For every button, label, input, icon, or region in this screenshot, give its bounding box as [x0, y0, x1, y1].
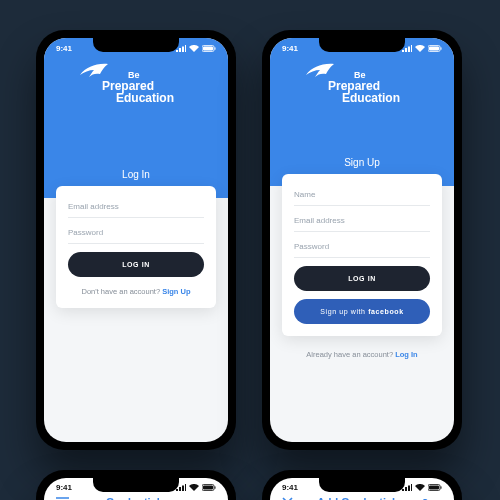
signup-prompt: Don't have an account? Sign Up: [68, 287, 204, 296]
signup-prompt-text: Don't have an account?: [82, 287, 163, 296]
password-field[interactable]: Password: [68, 218, 204, 244]
add-credential-header: Add Credential Save: [270, 492, 454, 500]
screen-credentials: 9:41 Credentials: [44, 478, 228, 500]
svg-rect-5: [441, 47, 442, 50]
battery-icon: [428, 484, 442, 491]
svg-rect-11: [441, 486, 442, 489]
svg-rect-1: [203, 47, 213, 51]
facebook-signup-button[interactable]: Sign up with facebook: [294, 299, 430, 324]
svg-rect-10: [429, 486, 439, 490]
fb-brand: facebook: [368, 308, 404, 315]
credentials-header: Credentials: [44, 492, 228, 500]
login-link[interactable]: Log In: [395, 350, 418, 359]
email-field[interactable]: Email address: [68, 192, 204, 218]
email-field[interactable]: Email address: [294, 206, 430, 232]
name-field[interactable]: Name: [294, 180, 430, 206]
svg-rect-8: [215, 486, 216, 489]
status-time: 9:41: [282, 44, 298, 53]
status-icons: [176, 484, 216, 491]
wifi-icon: [189, 45, 199, 52]
phone-login: 9:41 Be Prepared Education Log In Email …: [36, 30, 236, 450]
device-notch: [319, 478, 405, 492]
password-field[interactable]: Password: [294, 232, 430, 258]
signup-link[interactable]: Sign Up: [162, 287, 190, 296]
battery-icon: [202, 45, 216, 52]
signup-submit-button[interactable]: LOG IN: [294, 266, 430, 291]
signup-hero: 9:41 Be Prepared Education Sign Up: [270, 38, 454, 186]
status-time: 9:41: [56, 44, 72, 53]
svg-rect-7: [203, 486, 213, 490]
close-icon[interactable]: [282, 497, 296, 501]
signup-card: Name Email address Password LOG IN Sign …: [282, 174, 442, 336]
signup-heading: Sign Up: [270, 157, 454, 168]
status-time: 9:41: [282, 483, 298, 492]
device-notch: [319, 38, 405, 52]
add-credential-title: Add Credential: [296, 496, 416, 500]
battery-icon: [428, 45, 442, 52]
device-notch: [93, 478, 179, 492]
svg-rect-4: [429, 47, 439, 51]
login-card: Email address Password LOG IN Don't have…: [56, 186, 216, 308]
wifi-icon: [415, 45, 425, 52]
brand-logo: Be Prepared Education: [270, 71, 454, 106]
brand-logo: Be Prepared Education: [44, 71, 228, 106]
phone-signup: 9:41 Be Prepared Education Sign Up Name: [262, 30, 462, 450]
phone-add-credential: 9:41 Add Credential Save: [262, 470, 462, 500]
bird-icon: [78, 61, 112, 83]
wifi-icon: [415, 484, 425, 491]
wifi-icon: [189, 484, 199, 491]
screen-login: 9:41 Be Prepared Education Log In Email …: [44, 38, 228, 442]
status-icons: [402, 484, 442, 491]
fb-prefix: Sign up with: [320, 308, 368, 315]
status-time: 9:41: [56, 483, 72, 492]
svg-rect-2: [215, 47, 216, 50]
battery-icon: [202, 484, 216, 491]
phone-credentials: 9:41 Credentials: [36, 470, 236, 500]
login-heading: Log In: [44, 169, 228, 180]
credentials-title: Credentials: [70, 496, 202, 500]
login-prompt-text: Already have an account?: [306, 350, 395, 359]
brand-line3: Education: [328, 92, 400, 104]
status-icons: [176, 45, 216, 52]
device-notch: [93, 38, 179, 52]
brand-line3: Education: [102, 92, 174, 104]
login-prompt: Already have an account? Log In: [270, 350, 454, 359]
bird-icon: [304, 61, 338, 83]
status-icons: [402, 45, 442, 52]
screen-add-credential: 9:41 Add Credential Save: [270, 478, 454, 500]
login-hero: 9:41 Be Prepared Education Log In: [44, 38, 228, 198]
login-button[interactable]: LOG IN: [68, 252, 204, 277]
screen-signup: 9:41 Be Prepared Education Sign Up Name: [270, 38, 454, 442]
